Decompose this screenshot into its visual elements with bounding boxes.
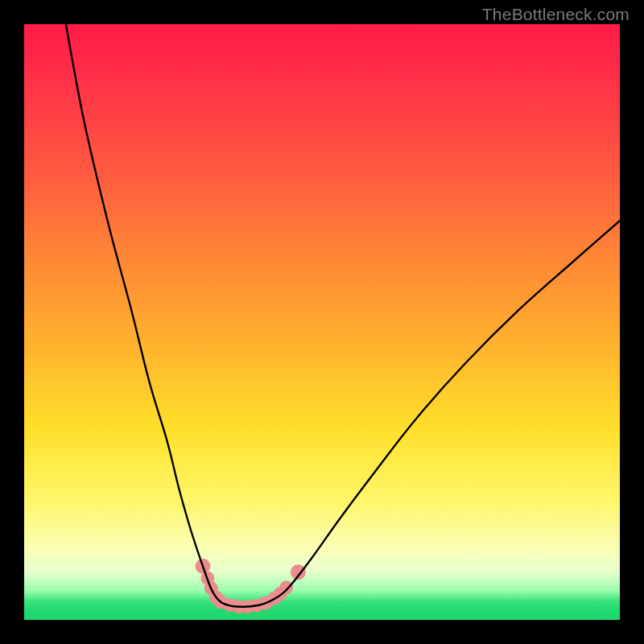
- watermark-text: TheBottleneck.com: [482, 5, 630, 24]
- curve-layer: [24, 24, 620, 620]
- plot-area: [24, 24, 620, 620]
- highlight-dot: [279, 581, 293, 595]
- bottleneck-curve: [66, 24, 620, 607]
- chart-frame: TheBottleneck.com: [0, 0, 644, 644]
